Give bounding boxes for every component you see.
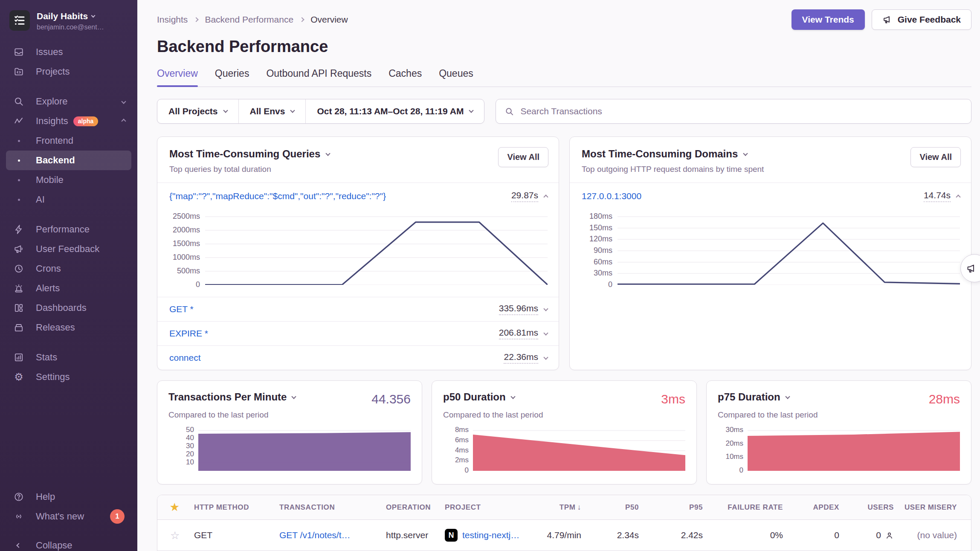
- dashboards-icon: [13, 302, 25, 313]
- tpm-chart: 5040302010: [168, 426, 411, 471]
- project-filter[interactable]: All Projects: [157, 99, 238, 123]
- environment-filter[interactable]: All Envs: [238, 99, 306, 123]
- chevron-up-icon: [956, 194, 960, 199]
- insights-icon: [13, 116, 25, 127]
- query-duration-toggle[interactable]: 335.96ms: [499, 303, 548, 315]
- domain-duration-chart: 180ms150ms120ms90ms60ms30ms0: [570, 206, 971, 291]
- query-link[interactable]: connect: [169, 353, 201, 363]
- query-duration-toggle[interactable]: 22.36ms: [504, 352, 548, 364]
- tpm-title[interactable]: Transactions Per Minute: [168, 391, 296, 403]
- query-duration-toggle[interactable]: 29.87s: [511, 190, 548, 202]
- breadcrumb-insights[interactable]: Insights: [157, 14, 188, 25]
- sidebar-item-alerts[interactable]: Alerts: [0, 278, 137, 298]
- tab-overview[interactable]: Overview: [157, 68, 198, 87]
- sidebar-item-frontend[interactable]: Frontend: [0, 131, 137, 151]
- bullet-icon: [18, 140, 20, 142]
- table-row: ☆ GET GET /v1/notes/t… http.server N tes…: [157, 520, 971, 551]
- col-http-method[interactable]: HTTP METHOD: [194, 503, 279, 512]
- col-operation[interactable]: OPERATION: [386, 503, 445, 512]
- sidebar-item-dashboards[interactable]: Dashboards: [0, 298, 137, 318]
- domains-view-all-button[interactable]: View All: [910, 147, 961, 167]
- sidebar-item-projects[interactable]: Projects: [0, 62, 137, 81]
- sidebar-item-help[interactable]: Help: [0, 487, 137, 507]
- p50-chart: 8ms6ms4ms2ms0: [443, 426, 685, 471]
- p75-duration-card: p75 Duration 28ms Compared to the last p…: [706, 380, 971, 484]
- siren-icon: [13, 283, 25, 294]
- bullet-icon: [18, 199, 20, 201]
- alpha-badge: alpha: [73, 116, 99, 126]
- col-tpm-sorted[interactable]: TPM↓: [530, 503, 581, 512]
- star-column-header[interactable]: ★: [170, 502, 194, 513]
- breadcrumb-overview: Overview: [310, 14, 348, 25]
- sidebar-item-user-feedback[interactable]: User Feedback: [0, 239, 137, 259]
- chevron-down-icon: [223, 108, 228, 113]
- page-filter-bar: All Projects All Envs Oct 28, 11:13 AM–O…: [157, 99, 484, 124]
- col-failure-rate[interactable]: FAILURE RATE: [703, 503, 783, 512]
- transactions-per-minute-card: Transactions Per Minute 44.356 Compared …: [157, 380, 422, 484]
- tab-queues[interactable]: Queues: [439, 68, 473, 87]
- col-apdex[interactable]: APDEX: [783, 503, 839, 512]
- col-user-misery[interactable]: USER MISERY: [894, 503, 957, 512]
- sidebar-item-releases[interactable]: Releases: [0, 318, 137, 337]
- sidebar-item-explore[interactable]: Explore: [0, 92, 137, 111]
- p50-title[interactable]: p50 Duration: [443, 391, 515, 403]
- tab-queries[interactable]: Queries: [215, 68, 249, 87]
- domain-link[interactable]: 127.0.0.1:3000: [582, 191, 641, 201]
- sidebar-item-insights[interactable]: Insights alpha: [0, 111, 137, 131]
- projects-icon: [13, 66, 25, 77]
- transaction-link[interactable]: GET /v1/notes/t…: [279, 530, 386, 540]
- sidebar-item-issues[interactable]: Issues: [0, 42, 137, 62]
- domains-panel-title[interactable]: Most Time-Consuming Domains: [582, 148, 960, 160]
- queries-view-all-button[interactable]: View All: [498, 147, 548, 167]
- sidebar-item-mobile[interactable]: Mobile: [0, 170, 137, 190]
- chevron-down-icon: [743, 151, 748, 156]
- megaphone-icon: [882, 14, 893, 25]
- tab-outbound-api-requests[interactable]: Outbound API Requests: [266, 68, 371, 87]
- query-link[interactable]: {"map":"?","mapReduce":"$cmd","out":"?",…: [169, 191, 386, 201]
- sidebar-item-whats-new[interactable]: What's new 1: [0, 507, 137, 526]
- issues-icon: [13, 46, 25, 58]
- query-link[interactable]: EXPIRE *: [169, 328, 208, 339]
- col-p95[interactable]: P95: [639, 503, 703, 512]
- date-range-filter[interactable]: Oct 28, 11:13 AM–Oct 28, 11:19 AM: [305, 99, 484, 123]
- p75-title[interactable]: p75 Duration: [718, 391, 789, 403]
- y-axis-ticks: 30ms20ms10ms0: [718, 426, 748, 471]
- sidebar-item-ai[interactable]: AI: [0, 190, 137, 209]
- sidebar-item-crons[interactable]: Crons: [0, 259, 137, 278]
- query-duration-toggle[interactable]: 206.81ms: [499, 328, 548, 339]
- search-icon: [13, 96, 25, 107]
- search-input[interactable]: [520, 106, 963, 116]
- domain-duration-toggle[interactable]: 14.74s: [924, 190, 960, 202]
- queries-panel-title[interactable]: Most Time-Consuming Queries: [169, 148, 548, 160]
- col-users[interactable]: USERS: [839, 503, 894, 512]
- sidebar-item-settings[interactable]: ⚙ Settings: [0, 367, 137, 387]
- col-transaction[interactable]: TRANSACTION: [279, 503, 386, 512]
- give-feedback-button[interactable]: Give Feedback: [872, 9, 971, 30]
- query-row: EXPIRE * 206.81ms: [157, 321, 559, 345]
- query-link[interactable]: GET *: [169, 304, 194, 314]
- project-link[interactable]: testing-nextj…: [462, 530, 519, 540]
- most-time-consuming-domains-panel: Most Time-Consuming Domains Top outgoing…: [569, 136, 971, 370]
- sidebar-item-stats[interactable]: Stats: [0, 348, 137, 367]
- broadcast-icon: [13, 511, 25, 522]
- col-project[interactable]: PROJECT: [445, 503, 530, 512]
- bullet-icon: [18, 179, 20, 181]
- chevron-down-icon: [543, 306, 548, 311]
- sidebar-item-performance[interactable]: Performance: [0, 220, 137, 239]
- tab-caches[interactable]: Caches: [389, 68, 422, 87]
- domains-panel-subtitle: Top outgoing HTTP request domains by tim…: [582, 165, 960, 174]
- y-axis-ticks: 8ms6ms4ms2ms0: [443, 426, 473, 471]
- view-trends-button[interactable]: View Trends: [792, 9, 865, 30]
- sidebar-collapse-button[interactable]: Collapse: [0, 536, 137, 551]
- col-p50[interactable]: P50: [581, 503, 639, 512]
- sidebar-item-backend[interactable]: Backend: [6, 151, 131, 170]
- transactions-table: ★ HTTP METHOD TRANSACTION OPERATION PROJ…: [157, 495, 971, 551]
- breadcrumb-backend-performance[interactable]: Backend Performance: [205, 14, 293, 25]
- archive-icon: [13, 322, 25, 333]
- org-switcher[interactable]: Daily Habits benjamin.coe@sent…: [0, 0, 137, 35]
- star-toggle[interactable]: ☆: [170, 529, 194, 542]
- megaphone-icon: [966, 263, 977, 274]
- tpm-value: 44.356: [371, 392, 411, 406]
- user-icon: [885, 531, 894, 540]
- module-tabs: Overview Queries Outbound API Requests C…: [157, 68, 971, 87]
